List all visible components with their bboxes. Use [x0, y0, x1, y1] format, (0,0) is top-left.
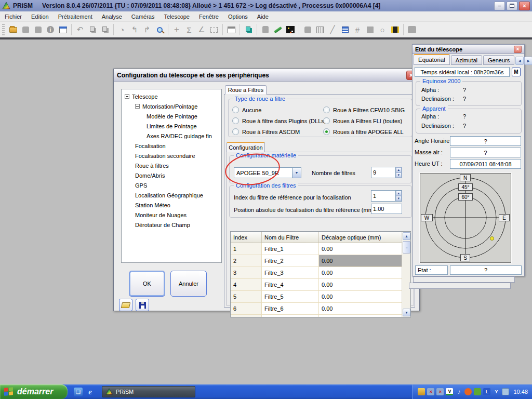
radio-aucune[interactable]: Aucune [232, 107, 261, 113]
ref-position-input[interactable] [371, 206, 402, 212]
table-row[interactable]: 4Filtre_40.00 [231, 279, 410, 291]
grid-icon[interactable]: # [351, 23, 364, 36]
paste-icon[interactable] [99, 23, 111, 36]
telescope-icon[interactable] [272, 23, 284, 36]
tree-item-telescope[interactable]: Telescope [122, 91, 221, 101]
load-config-button[interactable] [119, 299, 132, 311]
security-alert-icon[interactable] [418, 388, 425, 395]
tree-item-derotateur[interactable]: Dérotateur de Champ [122, 220, 221, 230]
scroll-down-icon[interactable]: ▼ [403, 309, 410, 316]
panel-titlebar[interactable]: Etat du télescope × [413, 45, 524, 54]
tab-azimutal[interactable]: Azimutal [451, 55, 482, 65]
menu-cameras[interactable]: Caméras [127, 12, 159, 21]
menu-analyse[interactable]: Analyse [97, 12, 127, 21]
filter-count-spinner[interactable]: ▲▼ [371, 167, 402, 178]
close-button-icon[interactable]: × [519, 2, 530, 10]
display-window-icon[interactable] [57, 23, 69, 36]
table-scrollbar[interactable]: ▲ ≡ ▼ [402, 232, 410, 317]
tab-scroll-right-icon[interactable]: ► [524, 57, 532, 65]
column-header-nom[interactable]: Nom du Filtre [262, 232, 319, 243]
restore-button-icon[interactable] [507, 2, 517, 10]
sky-map-icon[interactable] [284, 23, 297, 36]
radio-icon[interactable] [323, 107, 330, 113]
split-window-icon[interactable] [225, 23, 237, 36]
tree-item-motorisation[interactable]: Motorisation/Pointage [122, 101, 221, 111]
sequence-icon[interactable] [339, 23, 351, 36]
tree-item-axes-guidage[interactable]: Axes RA/DEC guidage fin [122, 131, 221, 141]
pointer-icon[interactable] [259, 23, 272, 36]
tab-configuration[interactable]: Configuration [227, 142, 265, 152]
ref-index-input[interactable] [371, 193, 395, 199]
menu-fichier[interactable]: Fichier [0, 12, 26, 21]
selection-rect-icon[interactable] [208, 23, 220, 36]
annotate-icon[interactable]: ╱ [326, 23, 339, 36]
update-icon[interactable] [474, 388, 481, 395]
table-row[interactable]: 7Filtre_70.00 [231, 315, 410, 317]
table-row[interactable]: 1Filtre_10.00 [231, 243, 410, 255]
volume-icon[interactable]: ♪ [455, 388, 462, 395]
crosshair-icon[interactable]: + [170, 23, 183, 36]
network-error-icon[interactable]: × [436, 388, 444, 395]
column-header-decalage[interactable]: Décalage optique (mm) [319, 232, 403, 243]
minimize-button-icon[interactable]: – [494, 2, 505, 10]
rotate-left-icon[interactable]: ↰ [128, 23, 141, 36]
radio-plugins-dll[interactable]: Roue à filtre dans Plugins (DLLs) [232, 117, 326, 124]
open-image-icon[interactable] [7, 23, 19, 36]
cancel-button[interactable]: Annuler [170, 271, 207, 297]
tree-item-limites-pointage[interactable]: Limites de Pointage [122, 121, 221, 131]
spinner-up-icon[interactable]: ▲ [396, 191, 402, 196]
internet-explorer-icon[interactable]: e [86, 388, 95, 396]
table-row[interactable]: 2Filtre_20.00 [231, 255, 410, 267]
radio-icon[interactable] [232, 117, 239, 124]
save-config-button[interactable] [136, 299, 149, 311]
column-header-index[interactable]: Index [231, 232, 262, 243]
camera-icon[interactable] [406, 23, 418, 36]
download-manager-icon[interactable] [464, 388, 472, 395]
undo-icon[interactable]: ↶ [74, 23, 86, 36]
display-settings-icon[interactable] [502, 388, 509, 395]
export-icon[interactable] [301, 23, 314, 36]
panel-close-icon[interactable]: × [514, 46, 522, 53]
ok-button[interactable]: OK [129, 271, 165, 297]
taskbar-prism-button[interactable]: PRiSM [102, 386, 195, 397]
tree-item-focalisation[interactable]: Focalisation [122, 141, 221, 151]
tree-item-dome-abris[interactable]: Dome/Abris [122, 170, 221, 180]
tab-geneurs[interactable]: Geneurs [483, 55, 514, 65]
radio-icon[interactable] [232, 107, 239, 113]
tree-item-focalisation-secondaire[interactable]: Focalisation secondaire [122, 151, 221, 161]
film-icon[interactable] [389, 23, 401, 36]
menu-fenetre[interactable]: Fenêtre [194, 12, 223, 21]
menu-aide[interactable]: Aide [252, 12, 273, 21]
antivirus-icon[interactable]: V [446, 388, 453, 395]
spinner-down-icon[interactable]: ▼ [396, 196, 402, 201]
table-row[interactable]: 3Filtre_30.00 [231, 267, 410, 279]
m-button[interactable]: M [512, 68, 521, 76]
ref-position-field[interactable] [371, 204, 402, 214]
spinner-down-icon[interactable]: ▼ [396, 172, 402, 178]
tab-scroll-left-icon[interactable]: ◄ [515, 57, 524, 65]
profile-plot-icon[interactable]: ∠ [195, 23, 208, 36]
menu-edition[interactable]: Edition [26, 12, 54, 21]
dialog-titlebar[interactable]: Configuration du télescope et de ses pér… [114, 69, 419, 82]
flip-icon[interactable]: ◔ [116, 23, 128, 36]
tree-item-moniteur-nuages[interactable]: Moniteur de Nuages [122, 210, 221, 220]
wireless-network-icon[interactable]: Y [493, 388, 500, 395]
filter-count-input[interactable] [371, 169, 395, 176]
language-bar-icon[interactable]: L [483, 388, 490, 395]
menu-options[interactable]: Options [223, 12, 252, 21]
scrollbar-thumb[interactable]: ≡ [403, 241, 410, 254]
tree-item-station-meteo[interactable]: Station Méteo [122, 200, 221, 210]
tree-collapse-icon[interactable] [125, 94, 129, 99]
radio-ascom[interactable]: Roue à Filtres ASCOM [232, 128, 300, 135]
table-row[interactable]: 5Filtre_50.00 [231, 291, 410, 303]
zoom-icon[interactable] [153, 23, 166, 36]
info-icon[interactable]: i [44, 23, 57, 36]
radio-cfw10-sbig[interactable]: Roue à Filtres CFW10 SBIG [323, 107, 405, 113]
menu-pretraitement[interactable]: Prétraitement [54, 12, 97, 21]
radio-icon[interactable] [323, 117, 330, 124]
scroll-up-icon[interactable]: ▲ [403, 232, 410, 240]
spinner-up-icon[interactable]: ▲ [396, 167, 402, 172]
full-frame-icon[interactable] [364, 23, 376, 36]
save-icon[interactable] [19, 23, 32, 36]
globe-icon[interactable]: ○ [376, 23, 389, 36]
